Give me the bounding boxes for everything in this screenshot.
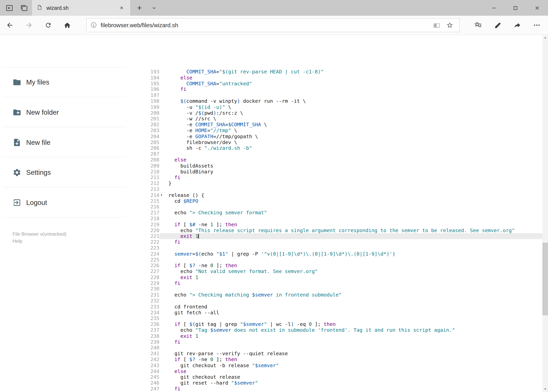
code-line[interactable]: 207 [140,151,542,157]
code-text[interactable]: -e GOPATH=//tmp/gopath \ [168,133,542,139]
code-text[interactable]: if [ $? -ne 0 ]; then [168,263,542,268]
code-line[interactable]: 245 git checkout release [140,374,542,380]
fold-arrow-icon[interactable]: ▾ [160,192,168,198]
address-bar[interactable]: ⓘ filebrowser.web/files/wizard.sh [86,18,460,32]
forward-button[interactable] [19,15,38,35]
code-line[interactable]: 211 fi [140,175,542,181]
close-button[interactable] [526,0,548,16]
maximize-button[interactable] [505,0,526,16]
code-line[interactable]: 201 -w //src \ [140,116,542,122]
code-line[interactable]: 214▾release () { [140,192,542,198]
code-line[interactable]: 209 buildAssets [140,163,542,169]
code-text[interactable]: exit 1 [168,333,542,339]
code-text[interactable]: if [ $(git tag | grep "$semver" | wc -l)… [168,321,542,327]
add-favorite-star-icon[interactable] [443,19,457,32]
code-line[interactable]: 223 [140,245,542,251]
code-text[interactable]: else [168,368,542,374]
code-line[interactable]: 240 [140,345,542,351]
code-line[interactable]: 203 -e HOME="//tmp" \ [140,128,542,133]
code-editor[interactable]: 193 COMMIT_SHA="$(git rev-parse HEAD | c… [140,67,542,392]
code-text[interactable]: git rev-parse --verify --quiet release [168,351,542,357]
sidebar-item-my-files[interactable]: My files [0,67,140,97]
code-line[interactable]: 216 [140,204,542,210]
code-text[interactable]: if [ $? -ne 0 ]; then [168,357,542,363]
code-text[interactable]: fi [168,175,542,181]
code-text[interactable] [168,186,542,192]
code-line[interactable]: 219 if [ $# -ne 1 ]; then [140,222,542,227]
sidebar-item-new-file[interactable]: New file [0,127,140,157]
new-tab-button[interactable]: + [133,0,146,16]
site-info-icon[interactable]: ⓘ [91,21,97,29]
scroll-up-arrow-icon[interactable]: ▲ [542,35,548,41]
code-line[interactable]: 198 $(command -v winpty) docker run --rm… [140,98,542,104]
code-line[interactable]: 222 fi [140,239,542,245]
sidebar-item-settings[interactable]: Settings [0,157,140,188]
code-line[interactable]: 234 git fetch --all [140,310,542,315]
code-line[interactable]: 246 git reset --hard "$semver" [140,380,542,386]
tabs-set-aside-icon[interactable] [17,0,31,16]
code-line[interactable]: 202 -e COMMIT_SHA=$COMMIT_SHA \ [140,122,542,128]
code-text[interactable] [168,92,542,98]
code-text[interactable]: fi [168,280,542,286]
code-text[interactable] [168,345,542,351]
code-text[interactable]: buildBinary [168,169,542,175]
code-line[interactable]: 231 echo "> Checking matching $semver in… [140,292,542,298]
code-text[interactable] [168,298,542,304]
code-line[interactable]: 195 COMMIT_SHA="untracked" [140,81,542,86]
code-text[interactable]: echo "> Checking semver format" [168,210,542,216]
code-text[interactable]: fi [168,239,542,245]
code-text[interactable]: else [168,157,542,163]
code-text[interactable]: exit 1 [168,233,542,239]
code-text[interactable]: cd frontend [168,304,542,310]
code-text[interactable]: git checkout -b release "$semver" [168,363,542,368]
code-line[interactable]: 225 [140,257,542,263]
page-scrollbar[interactable]: ▲ ▼ [542,35,548,392]
scrollbar-thumb[interactable] [542,243,548,315]
code-line[interactable]: 247 fi [140,386,542,392]
code-line[interactable]: 218 [140,216,542,222]
web-note-pen-icon[interactable] [488,15,507,35]
code-line[interactable]: 224 semver=$(echo "$1" | grep -P '^v(0|[… [140,251,542,257]
code-text[interactable]: -e HOME="//tmp" \ [168,128,542,133]
code-line[interactable]: 232 [140,298,542,304]
tab-list-chevron-icon[interactable] [147,0,161,16]
code-text[interactable] [168,151,542,157]
code-text[interactable] [168,315,542,321]
code-line[interactable]: 237 echo "Tag $semver does not exist in … [140,327,542,333]
more-options-icon[interactable] [527,15,547,35]
hub-favorites-icon[interactable] [468,15,488,35]
code-line[interactable]: 215 cd $REPO [140,198,542,204]
code-line[interactable]: 210 buildBinary [140,169,542,175]
code-text[interactable]: sh -c "./wizard.sh -b" [168,145,542,151]
code-line[interactable]: 196 fi [140,86,542,92]
code-line[interactable]: 212} [140,181,542,186]
code-line[interactable]: 236 if [ $(git tag | grep "$semver" | wc… [140,321,542,327]
code-text[interactable]: -w //src \ [168,116,542,122]
code-text[interactable]: -u "$(id -u)" \ [168,104,542,110]
code-line[interactable]: 228 exit 1 [140,274,542,280]
code-text[interactable]: $(command -v winpty) docker run --rm -it… [168,98,542,104]
code-text[interactable]: exit 1 [168,274,542,280]
reading-view-icon[interactable] [430,19,443,32]
code-line[interactable]: 199 -u "$(id -u)" \ [140,104,542,110]
code-text[interactable]: echo "Tag $semver does not exist in subm… [168,327,542,333]
code-line[interactable]: 227 echo "Not valid semver format. See s… [140,268,542,274]
tab-close-icon[interactable]: × [118,4,125,11]
code-line[interactable]: 226 if [ $? -ne 0 ]; then [140,263,542,268]
sidebar-item-logout[interactable]: Logout [0,187,140,217]
code-line[interactable]: 242 if [ $? -ne 0 ]; then [140,357,542,363]
browser-tab[interactable]: wizard.sh × [32,0,131,16]
code-line[interactable]: 221 exit 1 [140,233,542,239]
code-line[interactable]: 206 sh -c "./wizard.sh -b" [140,145,542,151]
set-tabs-aside-icon[interactable] [3,0,16,16]
code-text[interactable]: echo "> Checking matching $semver in fro… [168,292,542,298]
code-text[interactable]: if [ $# -ne 1 ]; then [168,222,542,227]
sidebar-item-new-folder[interactable]: New folder [0,97,140,127]
code-text[interactable]: release () { [168,192,542,198]
code-line[interactable]: 194 else [140,75,542,81]
code-line[interactable]: 235 [140,315,542,321]
code-text[interactable]: cd $REPO [168,198,542,204]
code-text[interactable]: git reset --hard "$semver" [168,380,542,386]
url-text[interactable]: filebrowser.web/files/wizard.sh [101,22,430,28]
code-line[interactable]: 229 fi [140,280,542,286]
